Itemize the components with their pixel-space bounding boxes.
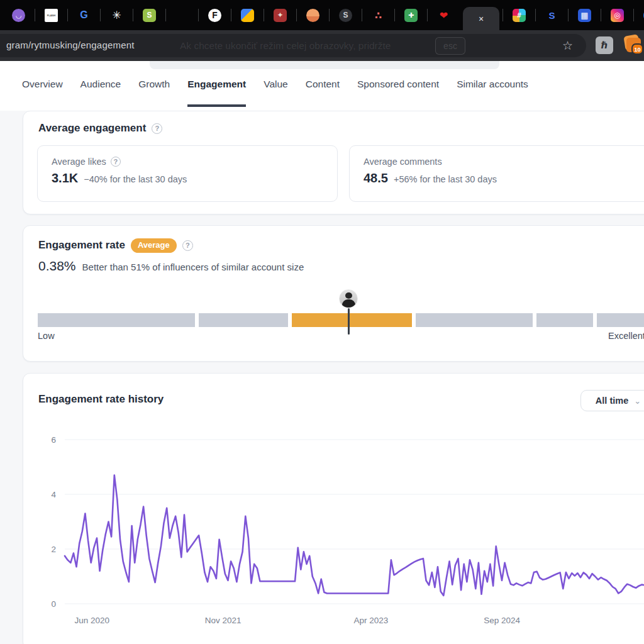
average-likes-delta: −40% for the last 30 days [84,174,187,184]
close-tab-icon[interactable]: × [479,14,484,23]
average-likes-card: Average likes ? 3.1K −40% for the last 3… [37,145,338,202]
x-tick-label: Nov 2021 [205,616,242,625]
scale-segment [597,313,644,327]
address-bar[interactable]: gram/rytmusking/engagement Ak chcete uko… [0,34,586,57]
average-comments-delta: +56% for the last 30 days [394,174,497,184]
average-comments-label: Average comments [364,157,442,167]
scale-low-label: Low [38,331,55,341]
pinned-tab-green-cross[interactable]: ✚ [395,0,427,30]
fullscreen-notice: Ak chcete ukončiť režim celej obrazovky,… [180,40,391,52]
tab-similar-accounts[interactable]: Similar accounts [457,79,528,107]
s-curve-icon: S [545,9,558,22]
y-tick-label: 0 [51,599,56,609]
scale-segment [416,313,533,327]
history-chart: 6420Jun 2020Nov 2021Apr 2023Sep 2024 [31,423,644,640]
help-icon[interactable]: ? [111,157,121,167]
rate-marker-line [348,308,350,335]
tab-value[interactable]: Value [264,79,288,107]
history-title: Engagement rate history [38,393,164,406]
pinned-tab-f-news[interactable]: F [199,0,231,30]
y-tick-label: 2 [51,545,56,554]
f-news-icon: F [208,9,221,22]
browser-tab-strip: ◡FLASHG✳SF✦S∴✚❤ × #S▦◎f [0,0,644,30]
pinned-tab-flash-doc[interactable]: FLASH [35,0,67,30]
scale-segment [536,313,593,327]
grid-table-icon: ▦ [578,9,591,22]
tab-audience[interactable]: Audience [80,79,121,107]
wallet-extension-icon[interactable]: 10 [625,35,643,55]
honey-extension-icon[interactable]: ℏ [596,36,613,54]
pinned-tab-shopify[interactable]: S [133,0,165,30]
pinned-tab-shield-crest[interactable]: ✦ [264,0,296,30]
search-bar-stub [150,61,499,69]
y-tick-label: 6 [51,435,56,445]
time-range-label: All time [596,396,628,406]
profile-avatar [339,289,358,308]
engagement-rate-card: Engagement rate Average ? 0.38% Better t… [23,225,644,362]
smiley-icon: ◡ [12,9,25,22]
x-tick-label: Jun 2020 [75,616,110,625]
shopify-icon: S [143,9,156,22]
scale-high-label: Excellent [608,331,644,341]
instagram-icon: ◎ [611,9,624,22]
pinned-tab-blank-tab[interactable] [166,0,198,30]
shield-crest-icon: ✦ [274,9,287,22]
wallet-badge: 10 [631,43,643,55]
slack-icon: # [513,9,526,22]
pinned-tab-heart[interactable]: ❤ [428,0,460,30]
scale-segment [38,313,195,327]
x-tick-label: Sep 2024 [484,616,520,625]
g-play-icon: G [77,9,91,22]
pinned-tab-grid-table[interactable]: ▦ [569,0,601,30]
pinned-tab-facebook[interactable]: f [634,0,644,30]
globe-s-icon: S [339,9,352,22]
history-chart-svg: 6420Jun 2020Nov 2021Apr 2023Sep 2024 [31,423,644,640]
blank-tab-icon [175,9,189,22]
page-header: OverviewAudienceGrowthEngagementValueCon… [0,61,644,111]
flash-doc-icon: FLASH [45,9,58,22]
openai-icon: ✳ [110,9,123,22]
average-badge: Average [131,238,177,253]
green-cross-icon: ✚ [404,9,418,22]
screen: ◡FLASHG✳SF✦S∴✚❤ × #S▦◎f gram/rytmusking/… [0,0,644,644]
time-range-dropdown[interactable]: All time ⌄ [580,390,644,411]
engagement-history-card: Engagement rate history All time ⌄ 6420J… [23,373,644,644]
scale-segment-highlighted [292,313,412,327]
pinned-tab-g-play[interactable]: G [68,0,100,30]
esc-key-hint: esc [435,37,465,55]
sunset-icon [306,9,319,22]
average-engagement-title: Average engagement [38,122,146,135]
active-tab[interactable]: × [463,7,499,30]
average-likes-value: 3.1K [52,171,78,186]
chart-line [65,475,644,596]
section-nav: OverviewAudienceGrowthEngagementValueCon… [22,79,528,107]
tab-sponsored-content[interactable]: Sponsored content [357,79,439,107]
help-icon[interactable]: ? [152,123,162,134]
browser-toolbar: gram/rytmusking/engagement Ak chcete uko… [0,30,644,61]
pinned-tab-smiley[interactable]: ◡ [3,0,35,30]
pinned-tab-globe-s[interactable]: S [330,0,362,30]
x-tick-label: Apr 2023 [353,616,388,625]
pinned-tab-sunset[interactable] [297,0,329,30]
engagement-rate-value: 0.38% [38,258,76,274]
engagement-rate-title: Engagement rate [38,239,125,252]
google-ads-icon [241,9,254,22]
avatar-head [345,292,352,299]
tab-content[interactable]: Content [306,79,340,107]
tab-growth[interactable]: Growth [138,79,170,107]
pinned-tab-slack[interactable]: # [503,0,535,30]
bookmark-star-icon[interactable]: ☆ [562,38,573,53]
average-engagement-card: Average engagement ? Average likes ? 3.1… [23,111,644,214]
pinned-tab-openai[interactable]: ✳ [101,0,133,30]
pinned-tab-s-curve[interactable]: S [536,0,568,30]
average-comments-value: 48.5 [364,171,388,186]
pinned-tab-instagram[interactable]: ◎ [601,0,633,30]
help-icon[interactable]: ? [182,240,193,251]
y-tick-label: 4 [51,490,56,499]
pinned-tab-asana-dots[interactable]: ∴ [362,0,394,30]
pinned-tab-google-ads[interactable] [231,0,264,30]
url-text[interactable]: gram/rytmusking/engagement [6,40,135,50]
tab-overview[interactable]: Overview [22,79,63,107]
tab-engagement[interactable]: Engagement [187,79,246,107]
average-comments-card: Average comments 48.5 +56% for the last … [349,145,644,202]
